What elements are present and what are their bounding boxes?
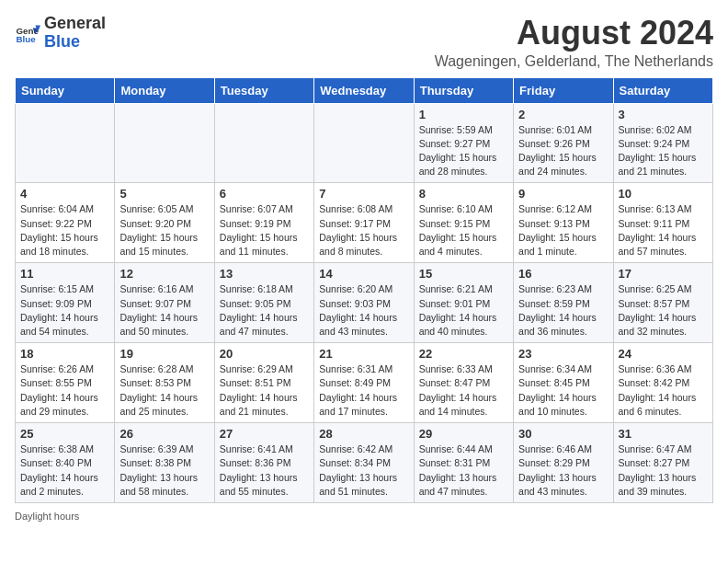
calendar-table: SundayMondayTuesdayWednesdayThursdayFrid…: [15, 77, 713, 503]
calendar-day-cell: 17Sunrise: 6:25 AM Sunset: 8:57 PM Dayli…: [613, 263, 712, 343]
calendar-day-cell: 19Sunrise: 6:28 AM Sunset: 8:53 PM Dayli…: [115, 343, 214, 423]
calendar-day-cell: 3Sunrise: 6:02 AM Sunset: 9:24 PM Daylig…: [613, 103, 712, 183]
day-number: 12: [119, 267, 209, 281]
day-number: 5: [119, 187, 209, 201]
day-number: 27: [220, 427, 309, 441]
day-detail: Sunrise: 6:16 AM Sunset: 9:07 PM Dayligh…: [119, 282, 209, 339]
day-number: 14: [319, 267, 408, 281]
day-number: 25: [20, 427, 109, 441]
day-number: 21: [319, 347, 408, 361]
day-detail: Sunrise: 5:59 AM Sunset: 9:27 PM Dayligh…: [419, 123, 508, 179]
day-detail: Sunrise: 6:28 AM Sunset: 8:53 PM Dayligh…: [119, 362, 209, 419]
calendar-day-header: Saturday: [613, 77, 712, 103]
day-number: 28: [319, 427, 408, 441]
calendar-day-cell: 12Sunrise: 6:16 AM Sunset: 9:07 PM Dayli…: [115, 263, 214, 343]
day-number: 4: [20, 187, 109, 201]
calendar-day-header: Monday: [115, 77, 214, 103]
day-number: 10: [619, 187, 708, 201]
day-detail: Sunrise: 6:01 AM Sunset: 9:26 PM Dayligh…: [518, 123, 608, 179]
calendar-day-header: Sunday: [16, 77, 115, 103]
day-number: 31: [619, 427, 708, 441]
day-number: 3: [619, 108, 708, 121]
day-number: 13: [220, 267, 309, 281]
calendar-day-cell: 26Sunrise: 6:39 AM Sunset: 8:38 PM Dayli…: [115, 423, 214, 503]
day-detail: Sunrise: 6:13 AM Sunset: 9:11 PM Dayligh…: [619, 202, 708, 259]
day-detail: Sunrise: 6:34 AM Sunset: 8:45 PM Dayligh…: [518, 362, 608, 419]
day-number: 15: [419, 267, 508, 281]
calendar-day-header: Wednesday: [314, 77, 414, 103]
day-detail: Sunrise: 6:31 AM Sunset: 8:49 PM Dayligh…: [319, 362, 408, 419]
day-number: 18: [20, 347, 109, 361]
calendar-week-row: 1Sunrise: 5:59 AM Sunset: 9:27 PM Daylig…: [16, 103, 713, 183]
calendar-day-cell: 24Sunrise: 6:36 AM Sunset: 8:42 PM Dayli…: [613, 343, 712, 423]
day-number: 30: [518, 427, 608, 441]
day-detail: Sunrise: 6:26 AM Sunset: 8:55 PM Dayligh…: [20, 362, 109, 419]
calendar-day-cell: 20Sunrise: 6:29 AM Sunset: 8:51 PM Dayli…: [214, 343, 313, 423]
day-detail: Sunrise: 6:42 AM Sunset: 8:34 PM Dayligh…: [319, 442, 408, 499]
calendar-day-cell: 31Sunrise: 6:47 AM Sunset: 8:27 PM Dayli…: [613, 423, 712, 503]
day-number: 9: [518, 187, 608, 201]
title-area: August 2024 Wageningen, Gelderland, The …: [435, 15, 713, 70]
calendar-day-cell: 22Sunrise: 6:33 AM Sunset: 8:47 PM Dayli…: [414, 343, 513, 423]
calendar-day-cell: 13Sunrise: 6:18 AM Sunset: 9:05 PM Dayli…: [214, 263, 313, 343]
day-detail: Sunrise: 6:07 AM Sunset: 9:19 PM Dayligh…: [220, 202, 309, 259]
footer-note: Daylight hours: [15, 511, 713, 522]
day-detail: Sunrise: 6:04 AM Sunset: 9:22 PM Dayligh…: [20, 202, 109, 259]
day-number: 8: [419, 187, 508, 201]
day-detail: Sunrise: 6:12 AM Sunset: 9:13 PM Dayligh…: [518, 202, 608, 259]
day-number: 11: [20, 267, 109, 281]
day-detail: Sunrise: 6:41 AM Sunset: 8:36 PM Dayligh…: [220, 442, 309, 499]
day-detail: Sunrise: 6:38 AM Sunset: 8:40 PM Dayligh…: [20, 442, 109, 499]
calendar-header-row: SundayMondayTuesdayWednesdayThursdayFrid…: [16, 77, 713, 103]
calendar-day-cell: 8Sunrise: 6:10 AM Sunset: 9:15 PM Daylig…: [414, 183, 513, 263]
calendar-week-row: 18Sunrise: 6:26 AM Sunset: 8:55 PM Dayli…: [16, 343, 713, 423]
calendar-day-cell: 7Sunrise: 6:08 AM Sunset: 9:17 PM Daylig…: [314, 183, 414, 263]
day-detail: Sunrise: 6:10 AM Sunset: 9:15 PM Dayligh…: [419, 202, 508, 259]
calendar-week-row: 11Sunrise: 6:15 AM Sunset: 9:09 PM Dayli…: [16, 263, 713, 343]
calendar-day-cell: 6Sunrise: 6:07 AM Sunset: 9:19 PM Daylig…: [214, 183, 313, 263]
day-number: 26: [119, 427, 209, 441]
day-detail: Sunrise: 6:36 AM Sunset: 8:42 PM Dayligh…: [619, 362, 708, 419]
day-number: 7: [319, 187, 408, 201]
logo-blue-text: Blue: [44, 32, 80, 51]
day-detail: Sunrise: 6:46 AM Sunset: 8:29 PM Dayligh…: [518, 442, 608, 499]
calendar-day-cell: 4Sunrise: 6:04 AM Sunset: 9:22 PM Daylig…: [16, 183, 115, 263]
calendar-day-cell: [314, 103, 414, 183]
day-detail: Sunrise: 6:44 AM Sunset: 8:31 PM Dayligh…: [419, 442, 508, 499]
calendar-day-cell: 29Sunrise: 6:44 AM Sunset: 8:31 PM Dayli…: [414, 423, 513, 503]
day-number: 24: [619, 347, 708, 361]
day-detail: Sunrise: 6:08 AM Sunset: 9:17 PM Dayligh…: [319, 202, 408, 259]
calendar-day-header: Thursday: [414, 77, 513, 103]
calendar-day-cell: 30Sunrise: 6:46 AM Sunset: 8:29 PM Dayli…: [514, 423, 613, 503]
day-detail: Sunrise: 6:20 AM Sunset: 9:03 PM Dayligh…: [319, 282, 408, 339]
calendar-week-row: 25Sunrise: 6:38 AM Sunset: 8:40 PM Dayli…: [16, 423, 713, 503]
logo: Gene Blue General Blue: [15, 15, 106, 52]
day-number: 16: [518, 267, 608, 281]
day-detail: Sunrise: 6:23 AM Sunset: 8:59 PM Dayligh…: [518, 282, 608, 339]
day-detail: Sunrise: 6:33 AM Sunset: 8:47 PM Dayligh…: [419, 362, 508, 419]
calendar-day-cell: 15Sunrise: 6:21 AM Sunset: 9:01 PM Dayli…: [414, 263, 513, 343]
day-detail: Sunrise: 6:18 AM Sunset: 9:05 PM Dayligh…: [220, 282, 309, 339]
day-number: 2: [518, 108, 608, 121]
calendar-day-cell: 28Sunrise: 6:42 AM Sunset: 8:34 PM Dayli…: [314, 423, 414, 503]
day-detail: Sunrise: 6:47 AM Sunset: 8:27 PM Dayligh…: [619, 442, 708, 499]
calendar-day-cell: 2Sunrise: 6:01 AM Sunset: 9:26 PM Daylig…: [514, 103, 613, 183]
day-detail: Sunrise: 6:02 AM Sunset: 9:24 PM Dayligh…: [619, 123, 708, 179]
day-number: 22: [419, 347, 508, 361]
location-subtitle: Wageningen, Gelderland, The Netherlands: [435, 53, 713, 70]
calendar-day-cell: 14Sunrise: 6:20 AM Sunset: 9:03 PM Dayli…: [314, 263, 414, 343]
day-number: 17: [619, 267, 708, 281]
calendar-day-header: Friday: [514, 77, 613, 103]
logo-icon: Gene Blue: [15, 20, 40, 46]
calendar-day-cell: 23Sunrise: 6:34 AM Sunset: 8:45 PM Dayli…: [514, 343, 613, 423]
calendar-day-cell: 16Sunrise: 6:23 AM Sunset: 8:59 PM Dayli…: [514, 263, 613, 343]
day-number: 23: [518, 347, 608, 361]
day-detail: Sunrise: 6:21 AM Sunset: 9:01 PM Dayligh…: [419, 282, 508, 339]
day-detail: Sunrise: 6:29 AM Sunset: 8:51 PM Dayligh…: [220, 362, 309, 419]
day-number: 6: [220, 187, 309, 201]
calendar-day-cell: 18Sunrise: 6:26 AM Sunset: 8:55 PM Dayli…: [16, 343, 115, 423]
calendar-day-cell: 21Sunrise: 6:31 AM Sunset: 8:49 PM Dayli…: [314, 343, 414, 423]
calendar-day-cell: 9Sunrise: 6:12 AM Sunset: 9:13 PM Daylig…: [514, 183, 613, 263]
day-number: 19: [119, 347, 209, 361]
calendar-day-cell: 11Sunrise: 6:15 AM Sunset: 9:09 PM Dayli…: [16, 263, 115, 343]
